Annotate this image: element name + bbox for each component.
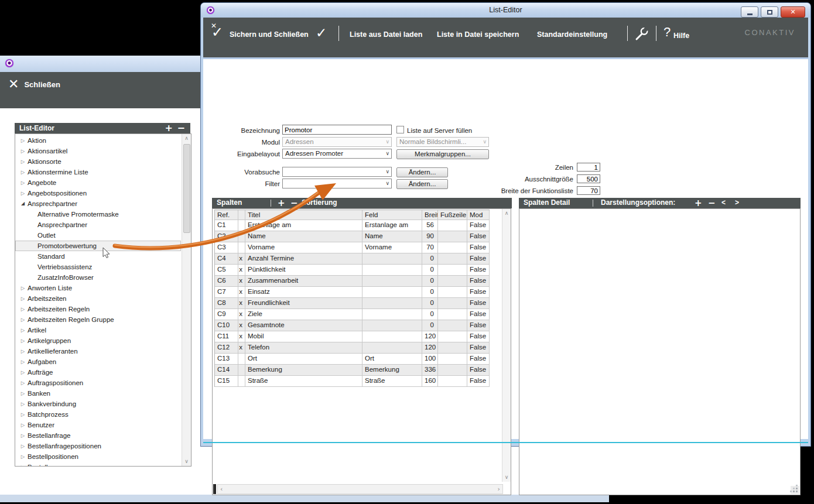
table-cell[interactable]: 100: [422, 354, 438, 365]
table-cell[interactable]: 0: [422, 298, 438, 309]
table-cell[interactable]: False: [467, 265, 490, 276]
table-cell[interactable]: 0: [422, 253, 438, 265]
table-cell[interactable]: C14: [215, 365, 238, 376]
table-row[interactable]: C4xAnzahl Termine0False: [215, 253, 490, 265]
table-cell[interactable]: 336: [422, 365, 438, 376]
tree-collapsed-icon[interactable]: ▷: [19, 399, 26, 409]
table-cell[interactable]: Gesamtnote: [245, 320, 362, 331]
add-column-button[interactable]: +: [278, 198, 285, 208]
table-vertical-scrollbar[interactable]: ∧ ∨: [502, 209, 511, 482]
table-cell[interactable]: C12: [215, 342, 238, 354]
tree-scrollbar-thumb[interactable]: [183, 144, 190, 233]
tree-collapsed-icon[interactable]: ▷: [19, 325, 26, 335]
help-button[interactable]: Hilfe: [673, 32, 689, 40]
table-cell[interactable]: Erstanlage am: [362, 220, 422, 231]
minimize-button[interactable]: [741, 6, 758, 18]
table-cell[interactable]: [438, 365, 467, 376]
tree-item[interactable]: ◢Ansprechpartner: [15, 198, 181, 209]
scroll-down-icon[interactable]: ∨: [182, 457, 191, 466]
table-cell[interactable]: x: [238, 298, 245, 309]
table-cell[interactable]: [438, 220, 467, 231]
table-cell[interactable]: x: [238, 287, 245, 298]
vorabsuche-select[interactable]: ∨: [282, 167, 392, 177]
tree-item[interactable]: ▷Benutzer: [15, 420, 181, 430]
save-and-close-button[interactable]: Sichern und Schließen: [230, 30, 309, 39]
tree-item[interactable]: ▷Artikellieferanten: [15, 346, 181, 356]
table-cell[interactable]: Mobil: [245, 331, 362, 342]
tree-collapsed-icon[interactable]: ▷: [19, 304, 26, 314]
zeilen-input[interactable]: [577, 163, 600, 172]
table-cell[interactable]: [438, 242, 467, 253]
close-button[interactable]: ✕: [781, 6, 805, 18]
tree-item[interactable]: ▷Batchprozess: [15, 409, 181, 420]
table-cell[interactable]: [362, 253, 422, 265]
tree-item[interactable]: ▷Aktionstermine Liste: [15, 167, 181, 177]
table-cell[interactable]: C8: [215, 298, 238, 309]
table-cell[interactable]: C5: [215, 265, 238, 276]
tree-item[interactable]: ▷Bestellanfragepositionen: [15, 441, 181, 451]
tree-collapsed-icon[interactable]: ▷: [19, 135, 26, 146]
table-cell[interactable]: 0: [422, 320, 438, 331]
tree-item[interactable]: ▷Angebote: [15, 177, 181, 188]
table-cell[interactable]: False: [467, 220, 490, 231]
table-cell[interactable]: 120: [422, 331, 438, 342]
scroll-right-icon[interactable]: ›: [498, 485, 500, 493]
table-cell[interactable]: [362, 276, 422, 287]
table-cell[interactable]: Ziele: [245, 309, 362, 320]
tree-item[interactable]: ▷Bestellpositionen: [15, 451, 181, 462]
apply-check-button[interactable]: ✓: [316, 25, 327, 40]
tree-expanded-icon[interactable]: ◢: [19, 198, 26, 209]
table-cell[interactable]: [238, 220, 245, 231]
tree-item[interactable]: ▷Bankverbindung: [15, 399, 181, 409]
table-cell[interactable]: x: [238, 265, 245, 276]
table-cell[interactable]: Einsatz: [245, 287, 362, 298]
tree-item[interactable]: ▷Aktionsartikel: [15, 146, 181, 156]
table-cell[interactable]: False: [467, 354, 490, 365]
table-row[interactable]: C7xEinsatz0False: [215, 287, 490, 298]
tree-item[interactable]: ▷Aufträge: [15, 367, 181, 378]
remove-column-button[interactable]: −: [290, 198, 298, 208]
table-cell[interactable]: False: [467, 309, 490, 320]
tree-collapsed-icon[interactable]: ▷: [19, 451, 26, 462]
table-horizontal-scrollbar[interactable]: ‹ ›: [217, 484, 503, 494]
table-cell[interactable]: 120: [422, 342, 438, 354]
table-cell[interactable]: C9: [215, 309, 238, 320]
hscroll-splitter[interactable]: [213, 484, 216, 494]
tree-item[interactable]: ▷Bestellungen: [15, 462, 181, 467]
table-cell[interactable]: C6: [215, 276, 238, 287]
table-cell[interactable]: Anzahl Termine: [245, 253, 362, 265]
table-cell[interactable]: C3: [215, 242, 238, 253]
breite-funktionsliste-input[interactable]: [577, 186, 600, 195]
table-cell[interactable]: 70: [422, 242, 438, 253]
tree-collapsed-icon[interactable]: ▷: [19, 314, 26, 325]
table-cell[interactable]: Zusammenarbeit: [245, 276, 362, 287]
server-fill-checkbox[interactable]: [396, 126, 404, 133]
table-cell[interactable]: x: [238, 309, 245, 320]
table-cell[interactable]: False: [467, 287, 490, 298]
table-cell[interactable]: Erstanlage am: [245, 220, 362, 231]
table-cell[interactable]: [438, 376, 467, 387]
table-cell[interactable]: False: [467, 276, 490, 287]
table-cell[interactable]: [238, 376, 245, 387]
table-cell[interactable]: 160: [422, 376, 438, 387]
option-remove-button[interactable]: −: [708, 198, 716, 208]
scroll-down-icon[interactable]: ∨: [502, 473, 511, 482]
default-settings-button[interactable]: Standardeinstellung: [537, 30, 607, 39]
table-cell[interactable]: [362, 298, 422, 309]
bezeichnung-input[interactable]: [282, 125, 392, 135]
tree-item[interactable]: ▷Anworten Liste: [15, 283, 181, 293]
table-cell[interactable]: Ort: [362, 354, 422, 365]
table-cell[interactable]: [438, 331, 467, 342]
tree-item[interactable]: ▷Arbeitszeiten: [15, 293, 181, 304]
eingabelayout-select[interactable]: Adressen Promoter ∨: [282, 149, 392, 159]
table-cell[interactable]: x: [238, 331, 245, 342]
tree-collapsed-icon[interactable]: ▷: [19, 335, 26, 346]
table-cell[interactable]: Bemerkung: [245, 365, 362, 376]
tree-collapsed-icon[interactable]: ▷: [19, 156, 26, 167]
table-cell[interactable]: [362, 287, 422, 298]
table-row[interactable]: C9xZiele0False: [215, 309, 490, 320]
table-cell[interactable]: [438, 253, 467, 265]
tree-collapsed-icon[interactable]: ▷: [19, 283, 26, 293]
table-cell[interactable]: [438, 231, 467, 242]
table-cell[interactable]: [362, 331, 422, 342]
